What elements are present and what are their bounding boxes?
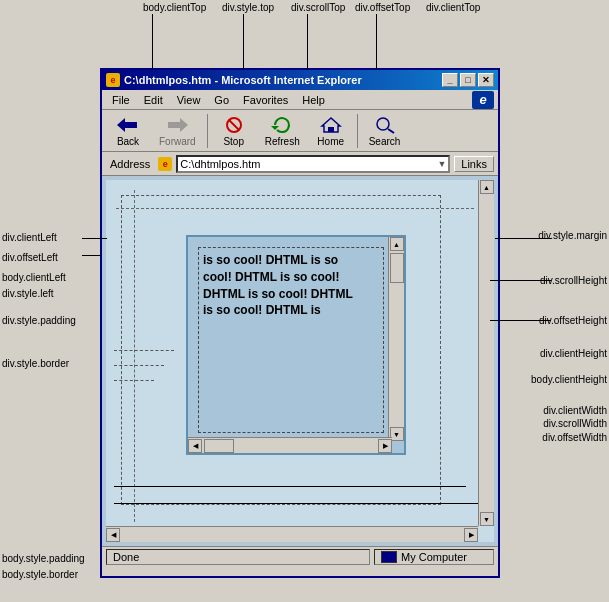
address-input[interactable]: C:\dhtmlpos.htm ▼ — [176, 155, 450, 173]
forward-icon — [165, 114, 189, 136]
hscroll-thumb[interactable] — [204, 439, 234, 453]
anno-body-style-padding: body.style.padding — [2, 553, 85, 564]
h-line-client-left — [114, 350, 174, 351]
maximize-button[interactable]: □ — [460, 73, 476, 87]
home-icon — [319, 114, 343, 136]
svg-point-9 — [377, 118, 389, 130]
svg-marker-0 — [117, 118, 125, 132]
body-client-width-arrow — [114, 486, 466, 487]
menu-edit[interactable]: Edit — [138, 92, 169, 108]
content-area: is so cool! DHTML is so cool! DHTML is s… — [102, 176, 498, 546]
anno-div-offset-left: div.offsetLeft — [2, 252, 58, 263]
anno-div-offset-width: div.offsetWidth — [542, 432, 607, 443]
anno-body-client-top: body.clientTop — [143, 2, 206, 13]
anno-div-style-padding: div.style.padding — [2, 315, 76, 326]
anno-body-client-left: body.clientLeft — [2, 272, 66, 283]
anno-div-style-left: div.style.left — [2, 288, 54, 299]
vscroll-thumb[interactable] — [390, 253, 404, 283]
anno-div-scroll-width: div.scrollWidth — [543, 418, 607, 429]
svg-marker-2 — [180, 118, 188, 132]
menu-help[interactable]: Help — [296, 92, 331, 108]
outer-hscroll[interactable]: ◀ ▶ — [106, 526, 478, 542]
hscroll-right-button[interactable]: ▶ — [378, 439, 392, 453]
svg-line-10 — [388, 129, 394, 133]
close-button[interactable]: ✕ — [478, 73, 494, 87]
vscroll-up-button[interactable]: ▲ — [390, 237, 404, 251]
line-div-scroll-top — [307, 14, 308, 70]
back-icon — [116, 114, 140, 136]
address-label: Address — [106, 158, 154, 170]
svg-rect-3 — [168, 122, 180, 128]
outer-vscroll-up[interactable]: ▲ — [480, 180, 494, 194]
status-text-section: Done — [106, 549, 370, 565]
back-label: Back — [117, 136, 139, 147]
title-controls[interactable]: _ □ ✕ — [442, 73, 494, 87]
line-client-left — [82, 238, 107, 239]
anno-div-style-top: div.style.top — [222, 2, 274, 13]
outer-vscroll[interactable]: ▲ ▼ — [478, 180, 494, 526]
inner-hscroll[interactable]: ◀ ▶ — [188, 437, 392, 453]
anno-div-client-width: div.clientWidth — [543, 405, 607, 416]
line-div-scroll-height — [490, 280, 551, 281]
anno-body-style-border: body.style.border — [2, 569, 78, 580]
menu-favorites[interactable]: Favorites — [237, 92, 294, 108]
menu-view[interactable]: View — [171, 92, 207, 108]
anno-div-style-border: div.style.border — [2, 358, 69, 369]
links-button[interactable]: Links — [454, 156, 494, 172]
title-bar: e C:\dhtmlpos.htm - Microsoft Internet E… — [102, 70, 498, 90]
ie-icon: e — [106, 73, 120, 87]
diagram-container: body.clientTop div.style.top div.scrollT… — [0, 0, 609, 602]
address-dropdown-icon[interactable]: ▼ — [437, 159, 446, 169]
status-bar: Done My Computer — [102, 546, 498, 566]
search-button[interactable]: Search — [362, 111, 408, 150]
search-icon — [373, 114, 397, 136]
anno-div-offset-top: div.offsetTop — [355, 2, 410, 13]
svg-rect-8 — [328, 127, 334, 132]
content-text: is so cool! DHTML is so cool! DHTML is s… — [203, 253, 353, 317]
outer-vscroll-down[interactable]: ▼ — [480, 512, 494, 526]
inner-vscroll[interactable]: ▲ ▼ — [388, 237, 404, 441]
anno-div-client-top2: div.clientTop — [426, 2, 480, 13]
line-offset-left — [82, 255, 102, 256]
toolbar: Back Forward Stop R — [102, 110, 498, 152]
address-value: C:\dhtmlpos.htm — [180, 158, 260, 170]
toolbar-sep-2 — [357, 114, 358, 148]
stop-label: Stop — [223, 136, 244, 147]
h-line-body-left — [114, 380, 154, 381]
menu-file[interactable]: File — [106, 92, 136, 108]
refresh-button[interactable]: Refresh — [258, 111, 307, 150]
svg-line-5 — [229, 120, 239, 130]
status-computer-section: My Computer — [374, 549, 494, 565]
address-bar: Address e C:\dhtmlpos.htm ▼ Links — [102, 152, 498, 176]
line-div-offset-top — [376, 14, 377, 70]
refresh-label: Refresh — [265, 136, 300, 147]
menu-go[interactable]: Go — [208, 92, 235, 108]
home-label: Home — [317, 136, 344, 147]
inner-div: is so cool! DHTML is so cool! DHTML is s… — [186, 235, 406, 455]
line-div-style-margin — [495, 238, 551, 239]
address-ie-icon: e — [158, 157, 172, 171]
outer-hscroll-right[interactable]: ▶ — [464, 528, 478, 542]
stop-button[interactable]: Stop — [212, 111, 256, 150]
title-bar-left: e C:\dhtmlpos.htm - Microsoft Internet E… — [106, 73, 362, 87]
line-div-style-top — [243, 14, 244, 70]
anno-div-scroll-top: div.scrollTop — [291, 2, 345, 13]
line-body-client-top — [152, 14, 153, 70]
hscroll-left-button[interactable]: ◀ — [188, 439, 202, 453]
h-line-offset-left — [114, 365, 164, 366]
status-computer: My Computer — [401, 551, 467, 563]
ie-logo-icon: e — [472, 91, 494, 109]
home-button[interactable]: Home — [309, 111, 353, 150]
monitor-icon — [381, 551, 397, 563]
anno-div-client-left: div.clientLeft — [2, 232, 57, 243]
back-button[interactable]: Back — [106, 111, 150, 150]
forward-button[interactable]: Forward — [152, 111, 203, 150]
refresh-icon — [270, 114, 294, 136]
line-div-offset-height — [490, 320, 551, 321]
body-offset-width-arrow — [114, 503, 486, 504]
div-text-content: is so cool! DHTML is so cool! DHTML is s… — [203, 252, 363, 319]
ie-window: e C:\dhtmlpos.htm - Microsoft Internet E… — [100, 68, 500, 578]
outer-hscroll-left[interactable]: ◀ — [106, 528, 120, 542]
status-text: Done — [113, 551, 139, 563]
minimize-button[interactable]: _ — [442, 73, 458, 87]
